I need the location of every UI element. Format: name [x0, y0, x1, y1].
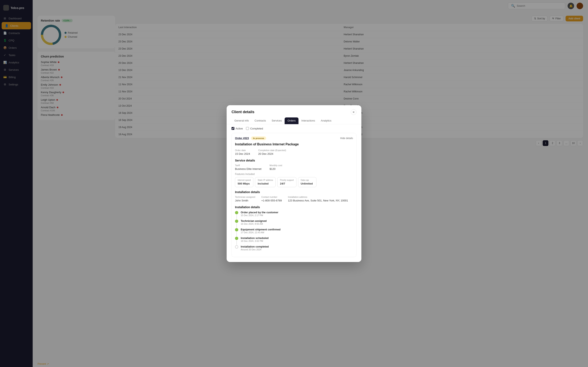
timeline-text: Installation completed Around 20 Dec 202…	[241, 245, 269, 251]
order-date-item: Order date 15 Dec 2024	[235, 149, 250, 156]
modal-header: Client details ✕	[227, 105, 361, 115]
timeline-dot	[235, 228, 238, 231]
modal-body: Order #023 In process Hide details Insta…	[227, 133, 361, 262]
tab-analytics[interactable]: Analytics	[318, 117, 334, 124]
features-label: Features Included	[235, 173, 353, 175]
timeline-item: Technician assigned 16 Dec 2024, 8:55 AM	[235, 219, 353, 228]
timeline-item: Equipment shipment confirmed 17 Dec 2024…	[235, 228, 353, 236]
monthly-cost-item: Monthly cost $120	[269, 164, 282, 171]
timeline-label: Equipment shipment confirmed	[241, 228, 281, 231]
timeline-item: Installation completed Around 20 Dec 202…	[235, 245, 353, 254]
tariff-item: Tariff Business Elite Internet	[235, 164, 261, 171]
timeline-text: Equipment shipment confirmed 17 Dec 2024…	[241, 228, 281, 234]
feature-label: Static IP address	[258, 179, 273, 181]
timeline-time: 17 Dec 2024, 12:43 AM	[241, 231, 281, 234]
tab-interactions[interactable]: Interactions	[298, 117, 318, 124]
feature-value: Included	[258, 182, 268, 185]
feature-label: Data cap	[301, 179, 314, 181]
timeline-label: Order placed by the customer	[241, 211, 278, 214]
timeline-dot	[235, 237, 238, 240]
technician-item: Technician assigned John Smith	[235, 196, 255, 202]
feature-box: Static IP address Included	[255, 177, 276, 187]
timeline-label: Installation completed	[241, 245, 269, 248]
timeline-item: Order placed by the customer 15 Dec 2024…	[235, 211, 353, 219]
install-section2-title: Installation details	[235, 206, 353, 209]
install-row: Technician assigned John Smith Contact n…	[235, 196, 353, 202]
timeline-dot	[235, 220, 238, 223]
features-grid: Internet speed 500 MbpsStatic IP address…	[235, 177, 353, 187]
modal-overlay: Client details ✕ General infoContractsSe…	[0, 0, 588, 367]
timeline-time: 18 Dec 2024, 3:02 PM	[241, 240, 269, 242]
feature-value: 24/7	[280, 182, 285, 185]
tab-services[interactable]: Services	[269, 117, 285, 124]
timeline-time: Around 20 Dec 2024	[241, 248, 269, 251]
service-section-title: Service details	[235, 159, 353, 162]
active-checkbox[interactable]	[232, 127, 234, 130]
modal-tabs: General infoContractsServicesOrdersInter…	[227, 115, 361, 124]
timeline-text: Order placed by the customer 15 Dec 2024…	[241, 211, 278, 217]
timeline: Order placed by the customer 15 Dec 2024…	[235, 211, 353, 254]
modal-title: Client details	[232, 110, 254, 114]
tab-general[interactable]: General info	[232, 117, 252, 124]
order-number-link[interactable]: Order #023	[235, 137, 249, 140]
contact-item: Contact number +1-800-555-6789	[261, 196, 282, 202]
hide-details-button[interactable]: Hide details	[340, 137, 353, 140]
feature-box: Internet speed 500 Mbps	[235, 177, 253, 187]
order-card-header: Order #023 In process Hide details	[235, 136, 353, 140]
order-card: Order #023 In process Hide details Insta…	[232, 133, 356, 257]
install-section1-title: Installation details	[235, 191, 353, 194]
timeline-label: Installation scheduled	[241, 236, 269, 240]
tab-orders[interactable]: Orders	[285, 117, 298, 124]
completion-date-item: Completion date (Expected) 20 Dec 2024	[258, 149, 286, 156]
feature-box: Data cap Unlimited	[298, 177, 316, 187]
feature-label: Internet speed	[238, 179, 251, 181]
service-row: Tariff Business Elite Internet Monthly c…	[235, 164, 353, 171]
client-details-modal: Client details ✕ General infoContractsSe…	[227, 105, 361, 262]
tab-contracts[interactable]: Contracts	[252, 117, 269, 124]
feature-label: Priority support	[280, 179, 294, 181]
order-meta: Order date 15 Dec 2024 Completion date (…	[235, 149, 353, 156]
address-item: Installation address 123 Business Ave, S…	[288, 196, 348, 202]
timeline-text: Installation scheduled 18 Dec 2024, 3:02…	[241, 236, 269, 242]
timeline-text: Technician assigned 16 Dec 2024, 8:55 AM	[241, 219, 267, 225]
timeline-time: 15 Dec 2024, 2:17 PM	[241, 214, 278, 217]
active-filter[interactable]: Active	[232, 127, 243, 130]
feature-value: 500 Mbps	[238, 182, 250, 185]
timeline-dot	[235, 245, 238, 249]
modal-close-button[interactable]: ✕	[351, 109, 356, 115]
completed-filter[interactable]: Completed	[246, 127, 263, 130]
order-status-badge: In process	[251, 136, 266, 140]
timeline-item: Installation scheduled 18 Dec 2024, 3:02…	[235, 236, 353, 245]
modal-filters: Active Completed	[227, 124, 361, 133]
feature-value: Unlimited	[301, 182, 313, 185]
timeline-dot	[235, 211, 238, 214]
timeline-label: Technician assigned	[241, 219, 267, 222]
completed-checkbox[interactable]	[246, 127, 249, 130]
feature-box: Priority support 24/7	[277, 177, 296, 187]
order-title: Installation of Business Internet Packag…	[235, 142, 353, 146]
timeline-time: 16 Dec 2024, 8:55 AM	[241, 223, 267, 225]
